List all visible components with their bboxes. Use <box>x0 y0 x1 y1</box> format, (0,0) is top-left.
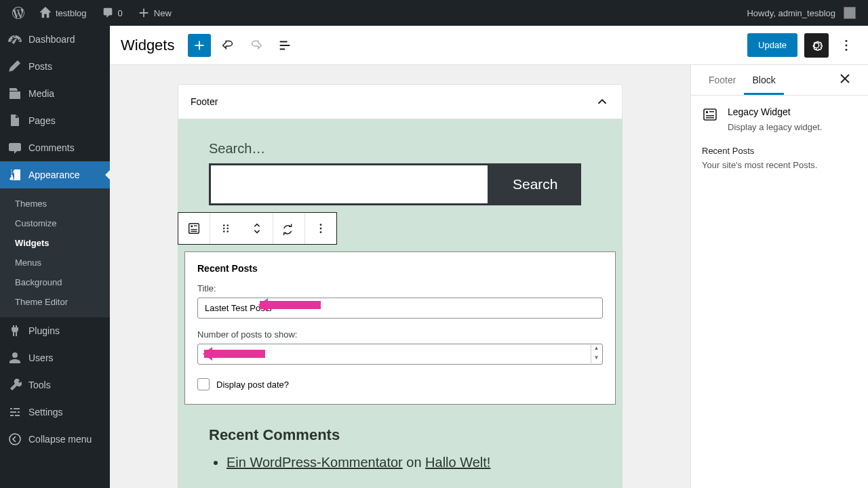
redo-button[interactable] <box>245 34 268 57</box>
legacy-widget-form: Recent Posts Title: Number of posts to s… <box>184 251 616 405</box>
submenu-themes[interactable]: Themes <box>0 194 110 214</box>
chevron-up-icon <box>595 94 610 109</box>
tab-area[interactable]: Footer <box>701 65 744 95</box>
search-input[interactable] <box>209 163 490 205</box>
add-block-button[interactable] <box>188 34 211 57</box>
menu-appearance[interactable]: Appearance <box>0 161 110 188</box>
list-view-button[interactable] <box>273 34 296 57</box>
admin-sidebar: Dashboard Posts Media Pages Comments App… <box>0 26 110 488</box>
block-toolbar <box>178 212 337 245</box>
menu-dashboard[interactable]: Dashboard <box>0 26 110 53</box>
svg-rect-21 <box>706 115 714 117</box>
svg-point-1 <box>846 40 848 42</box>
editor-header: Widgets Update <box>110 26 868 65</box>
submenu-widgets[interactable]: Widgets <box>0 233 110 253</box>
menu-posts[interactable]: Posts <box>0 53 110 80</box>
svg-rect-7 <box>191 229 197 230</box>
block-name: Legacy Widget <box>728 106 822 117</box>
svg-point-15 <box>320 224 322 226</box>
submenu-theme-editor[interactable]: Theme Editor <box>0 292 110 312</box>
svg-rect-8 <box>191 231 197 232</box>
close-inspector-button[interactable] <box>831 65 859 95</box>
drag-handle-icon[interactable] <box>210 213 241 244</box>
recent-comments-list: Ein WordPress-Kommentator on Hallo Welt! <box>209 455 591 470</box>
recent-comments-heading: Recent Comments <box>209 426 591 444</box>
svg-point-13 <box>223 230 225 232</box>
avatar <box>844 7 856 19</box>
admin-toolbar: testblog 0 New Howdy, admin_tesblog <box>0 0 868 26</box>
search-button[interactable]: Search <box>490 163 581 205</box>
menu-users[interactable]: Users <box>0 344 110 371</box>
update-button[interactable]: Update <box>747 33 797 57</box>
svg-rect-18 <box>704 109 716 120</box>
legacy-widget-icon <box>702 106 718 123</box>
widget-area-header[interactable]: Footer <box>178 84 623 119</box>
svg-point-12 <box>226 228 229 230</box>
widget-heading: Recent Posts <box>197 263 603 274</box>
submenu-customize[interactable]: Customize <box>0 214 110 233</box>
menu-comments[interactable]: Comments <box>0 134 110 161</box>
block-more-icon[interactable] <box>305 213 336 244</box>
options-button[interactable] <box>835 33 857 58</box>
svg-point-14 <box>226 230 229 232</box>
settings-button[interactable] <box>804 33 829 58</box>
menu-collapse[interactable]: Collapse menu <box>0 426 110 453</box>
widget-type-description: Your site's most recent Posts. <box>702 160 857 170</box>
svg-rect-20 <box>709 111 714 113</box>
wp-logo[interactable] <box>5 0 31 26</box>
tab-block[interactable]: Block <box>744 65 783 95</box>
menu-pages[interactable]: Pages <box>0 107 110 134</box>
count-input[interactable] <box>197 344 603 365</box>
svg-point-10 <box>226 224 229 226</box>
widget-area-title: Footer <box>191 96 218 107</box>
svg-rect-19 <box>706 111 708 113</box>
comment-author-link[interactable]: Ein WordPress-Kommentator <box>226 455 403 470</box>
svg-point-11 <box>223 228 225 230</box>
date-checkbox-label: Display post date? <box>216 380 289 390</box>
svg-rect-6 <box>194 225 197 226</box>
title-input[interactable] <box>197 298 603 319</box>
submenu-background[interactable]: Background <box>0 272 110 292</box>
new-content-link[interactable]: New <box>131 0 178 26</box>
title-label: Title: <box>197 283 603 293</box>
svg-point-2 <box>846 44 848 46</box>
menu-media[interactable]: Media <box>0 80 110 107</box>
svg-rect-4 <box>189 224 199 234</box>
editor-canvas[interactable]: Footer Search… Search <box>110 65 690 488</box>
footer-preview-area: Search… Search <box>178 119 623 488</box>
page-title: Widgets <box>121 37 174 54</box>
date-checkbox[interactable] <box>197 378 210 390</box>
move-updown-icon[interactable] <box>241 213 273 244</box>
menu-tools[interactable]: Tools <box>0 371 110 399</box>
svg-point-3 <box>846 48 848 50</box>
appearance-submenu: Themes Customize Widgets Menus Backgroun… <box>0 188 110 317</box>
submenu-menus[interactable]: Menus <box>0 253 110 272</box>
transform-icon[interactable] <box>273 213 304 244</box>
svg-point-9 <box>223 224 225 226</box>
search-label: Search… <box>209 141 591 157</box>
svg-rect-5 <box>191 225 193 227</box>
site-home-link[interactable]: testblog <box>33 0 94 26</box>
svg-point-16 <box>320 228 322 230</box>
undo-button[interactable] <box>216 34 239 57</box>
menu-settings[interactable]: Settings <box>0 399 110 426</box>
menu-plugins[interactable]: Plugins <box>0 317 110 344</box>
count-label: Number of posts to show: <box>197 329 603 340</box>
svg-point-17 <box>320 231 322 233</box>
comment-post-link[interactable]: Hallo Welt! <box>425 455 490 470</box>
svg-rect-22 <box>706 117 714 119</box>
comments-bubble[interactable]: 0 <box>95 0 130 26</box>
block-type-icon[interactable] <box>178 213 210 244</box>
svg-point-0 <box>9 434 20 445</box>
widget-type-name: Recent Posts <box>702 146 857 156</box>
settings-sidebar: Footer Block Legacy Widget Display a leg… <box>690 65 868 488</box>
account-link[interactable]: Howdy, admin_tesblog <box>740 0 863 26</box>
block-description: Display a legacy widget. <box>728 121 822 134</box>
number-spinner[interactable]: ▲▼ <box>591 345 601 363</box>
list-item: Ein WordPress-Kommentator on Hallo Welt! <box>226 455 591 470</box>
